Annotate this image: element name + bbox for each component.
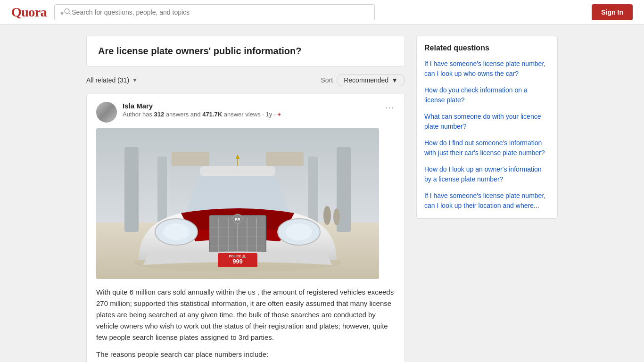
svg-rect-7 bbox=[157, 156, 167, 227]
svg-rect-14 bbox=[200, 166, 275, 176]
search-input[interactable] bbox=[54, 4, 375, 20]
avatar bbox=[96, 102, 117, 123]
svg-point-11 bbox=[323, 206, 331, 225]
answer-paragraph-2: The reasons people search car place numb… bbox=[96, 349, 395, 360]
views-count: 471.7K bbox=[202, 111, 222, 118]
related-questions-box: Related questions If I have someone's li… bbox=[416, 36, 558, 219]
views-label: answer views · bbox=[224, 111, 266, 118]
sort-label: Sort bbox=[321, 76, 333, 84]
svg-line-1 bbox=[69, 13, 70, 14]
svg-point-12 bbox=[333, 208, 340, 225]
author-row: Isla Mary Author has 312 answers and 471… bbox=[96, 102, 395, 123]
main-layout: Are license plate owners' public informa… bbox=[39, 25, 605, 362]
sign-in-button[interactable]: Sign In bbox=[592, 4, 633, 20]
answers-count: 312 bbox=[154, 111, 165, 118]
question-title: Are license plate owners' public informa… bbox=[98, 46, 393, 57]
related-link-5[interactable]: If I have someone's license plate number… bbox=[424, 191, 550, 211]
question-card: Are license plate owners' public informa… bbox=[86, 36, 405, 66]
search-icon: ● bbox=[60, 8, 70, 16]
answers-bar: All related (31) ▼ Sort Recommended ▼ bbox=[86, 74, 405, 86]
svg-rect-8 bbox=[308, 156, 318, 227]
sort-value: Recommended bbox=[344, 76, 388, 84]
content-area: Are license plate owners' public informa… bbox=[86, 36, 405, 362]
answers-label: answers and bbox=[166, 111, 202, 118]
svg-point-28 bbox=[286, 223, 312, 240]
sort-dropdown[interactable]: Recommended ▼ bbox=[337, 74, 405, 86]
answer-image: POLICE 🚨 999 RR bbox=[96, 128, 379, 279]
svg-text:RR: RR bbox=[235, 217, 240, 222]
sort-area: Sort Recommended ▼ bbox=[321, 74, 405, 86]
follow-icon[interactable]: + bbox=[277, 111, 281, 118]
related-link-3[interactable]: How do I find out someone's information … bbox=[424, 138, 550, 158]
chevron-down-icon: ▼ bbox=[132, 77, 138, 83]
related-link-4[interactable]: How do I look up an owner's information … bbox=[424, 165, 550, 184]
car-svg: POLICE 🚨 999 RR bbox=[96, 128, 379, 279]
related-link-2[interactable]: What can someone do with your licence pl… bbox=[424, 112, 550, 132]
car-scene: POLICE 🚨 999 RR bbox=[96, 128, 379, 279]
sidebar: Related questions If I have someone's li… bbox=[416, 36, 558, 362]
author-meta: Author has 312 answers and 471.7K answer… bbox=[123, 111, 281, 118]
all-related-dropdown[interactable]: All related (31) ▼ bbox=[86, 76, 138, 84]
svg-point-27 bbox=[163, 223, 190, 240]
header: Quora ● Sign In bbox=[0, 0, 644, 25]
svg-rect-5 bbox=[124, 147, 139, 232]
svg-rect-9 bbox=[172, 152, 209, 166]
author-details: Isla Mary Author has 312 answers and 471… bbox=[123, 102, 281, 118]
author-name[interactable]: Isla Mary bbox=[123, 102, 281, 110]
search-wrapper: ● bbox=[54, 4, 375, 20]
author-info: Isla Mary Author has 312 answers and 471… bbox=[96, 102, 281, 123]
svg-rect-10 bbox=[266, 152, 304, 166]
sort-chevron-icon: ▼ bbox=[391, 76, 398, 84]
answer-paragraph-1: With quite 6 million cars sold annually … bbox=[96, 287, 395, 343]
time-label: 1y bbox=[266, 111, 272, 118]
all-related-label: All related (31) bbox=[86, 76, 129, 84]
quora-logo[interactable]: Quora bbox=[11, 5, 47, 20]
answer-card: Isla Mary Author has 312 answers and 471… bbox=[86, 94, 405, 362]
related-questions-title: Related questions bbox=[424, 44, 550, 52]
meta-prefix: Author has bbox=[123, 111, 152, 118]
avatar-image bbox=[96, 102, 117, 123]
svg-text:999: 999 bbox=[232, 258, 243, 265]
more-options-button[interactable]: ⋯ bbox=[385, 102, 395, 113]
related-link-1[interactable]: How do you check information on a licens… bbox=[424, 85, 550, 105]
related-link-0[interactable]: If I have someone's license plate number… bbox=[424, 59, 550, 79]
